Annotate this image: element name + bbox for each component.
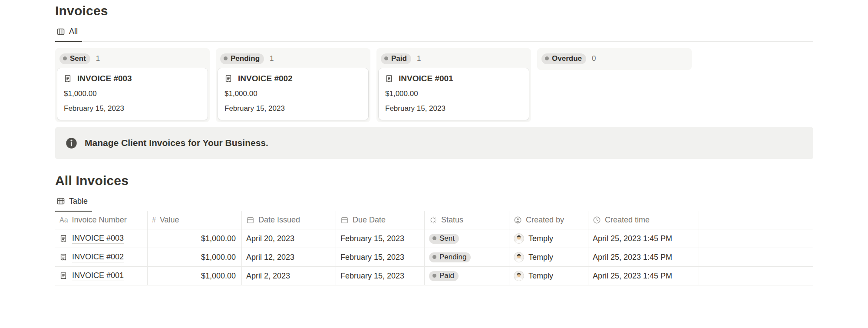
table-cell-created-time[interactable]: April 25, 2023 1:45 PM xyxy=(588,267,699,285)
table-cell-invoice-number[interactable]: INVOICE #001 xyxy=(55,267,148,285)
table-cell-empty xyxy=(699,248,813,267)
column-header-created-by[interactable]: Created by xyxy=(509,211,588,229)
table-cell-status[interactable]: Pending xyxy=(425,248,509,267)
status-dot xyxy=(432,274,436,278)
table-cell-created-time[interactable]: April 25, 2023 1:45 PM xyxy=(588,229,699,248)
column-header-status[interactable]: Status xyxy=(425,211,509,229)
group-label: Sent xyxy=(70,54,86,63)
group-label: Pending xyxy=(231,54,260,63)
status-dot xyxy=(224,56,228,60)
tab-label: All xyxy=(69,27,78,36)
all-invoices-table-section: All Invoices Table Aa Invoice Number # V… xyxy=(55,173,813,286)
column-header-label: Date Issued xyxy=(258,215,300,225)
table-cell-created-by[interactable]: Temply xyxy=(509,267,588,285)
status-dot xyxy=(384,56,388,60)
column-header-due-date[interactable]: Due Date xyxy=(336,211,425,229)
status-pill-pending[interactable]: Pending xyxy=(429,252,471,262)
board-column-paid: Paid 1 INVOICE #001 $1,000.00 February 1… xyxy=(376,48,531,122)
invoice-card[interactable]: INVOICE #003 $1,000.00 February 15, 2023 xyxy=(57,68,208,120)
table-cell-due-date[interactable]: February 15, 2023 xyxy=(336,267,425,285)
table-cell-date-issued[interactable]: April 12, 2023 xyxy=(242,248,336,267)
table-cell-due-date[interactable]: February 15, 2023 xyxy=(336,229,425,248)
receipt-icon xyxy=(64,74,72,83)
status-pill-paid[interactable]: Paid xyxy=(381,53,411,64)
avatar xyxy=(514,252,524,262)
table-cell-invoice-number[interactable]: INVOICE #002 xyxy=(55,248,148,267)
group-count: 1 xyxy=(417,54,421,63)
card-title: INVOICE #002 xyxy=(238,74,293,83)
invoice-page-link[interactable]: INVOICE #002 xyxy=(72,252,124,262)
board-group-header: Pending 1 xyxy=(218,50,368,68)
table-cell-status[interactable]: Paid xyxy=(425,267,509,285)
card-due-date: February 15, 2023 xyxy=(64,104,201,113)
column-header-date-issued[interactable]: Date Issued xyxy=(242,211,336,229)
status-pill-sent[interactable]: Sent xyxy=(59,53,90,64)
board-group-header: Paid 1 xyxy=(379,50,529,68)
number-type-icon: # xyxy=(152,216,156,224)
card-title-row: INVOICE #003 xyxy=(64,74,201,83)
column-header-label: Due Date xyxy=(353,215,386,225)
status-pill-pending[interactable]: Pending xyxy=(220,53,264,64)
table-cell-value[interactable]: $1,000.00 xyxy=(148,248,242,267)
group-count: 0 xyxy=(592,54,596,63)
card-title: INVOICE #001 xyxy=(399,74,453,83)
table-cell-date-issued[interactable]: April 2, 2023 xyxy=(242,267,336,285)
table-cell-empty xyxy=(699,267,813,285)
table-cell-value[interactable]: $1,000.00 xyxy=(148,229,242,248)
column-header-created-time[interactable]: Created time xyxy=(588,211,699,229)
created-by-name: Temply xyxy=(528,234,553,243)
kanban-board: Sent 1 INVOICE #003 $1,000.00 February 1… xyxy=(55,48,813,122)
card-value: $1,000.00 xyxy=(385,89,522,98)
receipt-icon xyxy=(385,74,393,83)
column-header-empty xyxy=(699,211,813,229)
column-header-invoice-number[interactable]: Aa Invoice Number xyxy=(55,211,148,229)
board-column-pending: Pending 1 INVOICE #002 $1,000.00 Februar… xyxy=(216,48,370,122)
group-count: 1 xyxy=(270,54,274,63)
callout-text: Manage Client Invoices for Your Business… xyxy=(85,138,268,148)
table-cell-created-by[interactable]: Temply xyxy=(509,229,588,248)
table-cell-date-issued[interactable]: April 20, 2023 xyxy=(242,229,336,248)
status-dot xyxy=(432,236,436,240)
column-header-value[interactable]: # Value xyxy=(148,211,242,229)
board-column-sent: Sent 1 INVOICE #003 $1,000.00 February 1… xyxy=(55,48,210,122)
invoices-board-section: Invoices All Sent 1 INVO xyxy=(55,3,813,159)
status-label: Pending xyxy=(439,253,466,262)
status-pill-sent[interactable]: Sent xyxy=(429,234,459,244)
tab-all-board-view[interactable]: All xyxy=(55,25,82,42)
invoice-card[interactable]: INVOICE #001 $1,000.00 February 15, 2023 xyxy=(379,68,529,120)
table-cell-value[interactable]: $1,000.00 xyxy=(148,267,242,285)
column-header-label: Created time xyxy=(605,215,650,225)
table-cell-status[interactable]: Sent xyxy=(425,229,509,248)
group-label: Paid xyxy=(391,54,407,63)
receipt-icon xyxy=(224,74,232,83)
status-dot xyxy=(545,56,549,60)
avatar xyxy=(514,271,524,281)
status-dot xyxy=(432,255,436,259)
table-cell-invoice-number[interactable]: INVOICE #003 xyxy=(55,229,148,248)
text-type-icon: Aa xyxy=(59,216,68,224)
invoice-card[interactable]: INVOICE #002 $1,000.00 February 15, 2023 xyxy=(218,68,368,120)
status-pill-paid[interactable]: Paid xyxy=(429,271,459,281)
card-title-row: INVOICE #001 xyxy=(385,74,522,83)
card-value: $1,000.00 xyxy=(64,89,201,98)
invoices-section-title: Invoices xyxy=(55,3,813,18)
invoice-page-link[interactable]: INVOICE #001 xyxy=(72,271,124,281)
callout-block: Manage Client Invoices for Your Business… xyxy=(55,127,813,159)
invoices-table: Aa Invoice Number # Value Date Issued Du… xyxy=(55,211,813,285)
table-view-icon xyxy=(56,197,65,205)
table-cell-due-date[interactable]: February 15, 2023 xyxy=(336,248,425,267)
column-header-label: Value xyxy=(160,215,179,225)
status-pill-overdue[interactable]: Overdue xyxy=(541,53,586,64)
group-label: Overdue xyxy=(552,54,582,63)
avatar xyxy=(514,233,524,244)
receipt-icon xyxy=(59,253,67,262)
board-view-icon xyxy=(56,27,65,36)
column-header-label: Invoice Number xyxy=(72,215,127,225)
tab-table-view[interactable]: Table xyxy=(55,195,92,212)
calendar-icon xyxy=(340,216,349,224)
invoice-page-link[interactable]: INVOICE #003 xyxy=(72,234,124,244)
all-invoices-section-title: All Invoices xyxy=(55,173,813,188)
table-cell-created-by[interactable]: Temply xyxy=(509,248,588,267)
notion-page: Invoices All Sent 1 INVO xyxy=(0,0,868,285)
table-cell-created-time[interactable]: April 25, 2023 1:45 PM xyxy=(588,248,699,267)
